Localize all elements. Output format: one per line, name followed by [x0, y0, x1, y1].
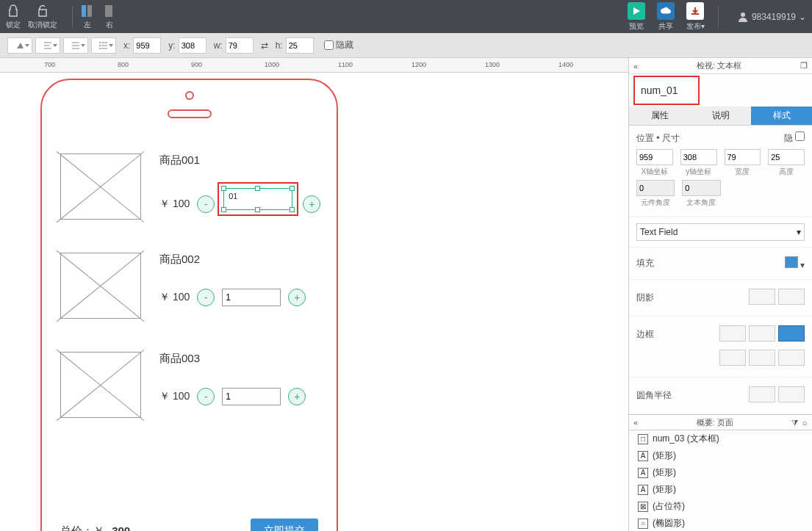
fill-section: 填充 ▾: [629, 248, 812, 280]
phone-frame: 商品001 ￥ 100 - 01: [40, 79, 338, 531]
insp-text-angle[interactable]: [682, 180, 720, 196]
w-input[interactable]: [226, 37, 254, 54]
svg-rect-0: [82, 5, 86, 17]
selection-highlight: 01: [218, 182, 298, 216]
total-row: 总价：￥ 300 立即提交: [60, 519, 318, 531]
svg-point-6: [99, 48, 101, 49]
product-3: 商品003 ￥ 100 - +: [60, 352, 306, 418]
tab-description[interactable]: 说明: [690, 106, 751, 125]
y-label: y:: [168, 40, 175, 51]
svg-rect-1: [87, 5, 92, 17]
placeholder-image[interactable]: [60, 352, 141, 418]
widget-type-select[interactable]: Text Field▾: [636, 223, 805, 241]
border-style[interactable]: [749, 325, 775, 342]
svg-point-3: [741, 12, 745, 17]
border-color[interactable]: [778, 325, 805, 342]
list-dropdown[interactable]: [91, 37, 116, 54]
price: ￥ 100: [159, 198, 190, 211]
plus-button[interactable]: +: [303, 195, 320, 213]
svg-point-5: [99, 45, 101, 46]
tab-attributes[interactable]: 属性: [629, 106, 690, 125]
lock-label: 锁定: [6, 20, 21, 30]
insp-h-input[interactable]: [768, 149, 805, 165]
radius-input[interactable]: [749, 386, 775, 402]
minus-button[interactable]: -: [197, 289, 215, 306]
radius-toggle[interactable]: [778, 386, 805, 402]
tab-style[interactable]: 样式: [751, 106, 812, 125]
x-input[interactable]: [133, 37, 161, 54]
align-right-button[interactable]: 右: [102, 4, 117, 30]
outline-item[interactable]: ○(椭圆形): [629, 515, 812, 531]
outline-item[interactable]: A(矩形): [629, 447, 812, 464]
submit-button[interactable]: 立即提交: [251, 519, 318, 531]
h-input[interactable]: [286, 37, 314, 54]
insp-w-input[interactable]: [725, 149, 761, 165]
fill-dropdown[interactable]: [7, 37, 32, 54]
format-toolbar: x: y: w: ⇄ h: 隐藏: [0, 33, 812, 58]
product-1: 商品001 ￥ 100 - 01: [60, 153, 320, 220]
inspector-tabs: 属性 说明 样式: [629, 106, 812, 126]
share-button[interactable]: 共享: [657, 2, 675, 32]
placeholder-image[interactable]: [60, 253, 141, 319]
outline-item[interactable]: □num_03 (文本框): [629, 430, 812, 447]
camera-icon: [185, 91, 194, 100]
qty-input[interactable]: [222, 388, 281, 405]
ruler-horizontal: 700 800 900 1000 1100 1200 1300 1400: [0, 58, 628, 73]
product-name: 商品001: [159, 153, 320, 167]
border-width[interactable]: [719, 325, 746, 342]
chevron-down-icon: ⌄: [799, 12, 806, 22]
unlock-button[interactable]: 取消锁定: [28, 4, 57, 30]
placeholder-image[interactable]: [60, 153, 141, 220]
align-h-dropdown[interactable]: [35, 37, 60, 54]
outline-label: (矩形): [653, 483, 676, 496]
lock-wh-icon[interactable]: ⇄: [261, 40, 268, 51]
top-toolbar: 锁定 取消锁定 左 右 预览 共享 发布▾ 983419919 ⌄: [0, 0, 812, 33]
align-left-button[interactable]: 左: [80, 4, 95, 30]
hide-checkbox[interactable]: 隐藏: [324, 39, 353, 51]
outline-item[interactable]: ⊠(占位符): [629, 498, 812, 515]
w-label: w:: [214, 40, 223, 51]
selected-textfield[interactable]: 01: [223, 188, 292, 210]
preview-button[interactable]: 预览: [628, 2, 645, 32]
canvas[interactable]: 700 800 900 1000 1100 1200 1300 1400 商品0…: [0, 58, 628, 531]
insp-elem-angle[interactable]: [636, 180, 675, 196]
play-icon: [628, 2, 645, 20]
border-side-1[interactable]: [719, 350, 746, 366]
product-name: 商品002: [159, 253, 306, 267]
chevron-down-icon[interactable]: ▾: [800, 260, 805, 270]
border-side-3[interactable]: [778, 350, 805, 366]
publish-button[interactable]: 发布▾: [686, 2, 705, 32]
border-side-2[interactable]: [749, 350, 775, 366]
outline-item[interactable]: A(矩形): [629, 481, 812, 498]
outline-label: (占位符): [653, 500, 685, 513]
hide-element-checkbox[interactable]: [795, 131, 805, 141]
search-icon[interactable]: ⌕: [802, 418, 808, 427]
minus-button[interactable]: -: [197, 195, 215, 213]
position-size-section: 位置 • 尺寸 隐 X轴坐标 y轴坐标 宽度 高度 元件角度 文本角度: [629, 126, 812, 217]
separator: [72, 6, 73, 28]
minus-button[interactable]: -: [197, 388, 215, 405]
shadow-outer[interactable]: [749, 289, 775, 305]
inspector-header: « 检视: 文本框 ❐: [629, 58, 812, 74]
lock-button[interactable]: 锁定: [6, 4, 21, 30]
element-name[interactable]: num_01: [633, 76, 700, 105]
outline-item[interactable]: A(矩形): [629, 464, 812, 481]
y-input[interactable]: [179, 37, 206, 54]
widget-icon: A: [638, 485, 648, 495]
user-icon: [737, 11, 749, 23]
align-v-dropdown[interactable]: [63, 37, 88, 54]
insp-x-input[interactable]: [636, 149, 673, 165]
qty-input[interactable]: [222, 289, 281, 306]
align-left-icon: [80, 4, 95, 18]
user-menu[interactable]: 983419919 ⌄: [737, 11, 806, 23]
filter-icon[interactable]: ⧩: [791, 418, 798, 427]
plus-button[interactable]: +: [288, 388, 306, 405]
align-right-label: 右: [106, 20, 113, 30]
price: ￥ 100: [159, 390, 190, 403]
shadow-inner[interactable]: [778, 289, 805, 305]
plus-button[interactable]: +: [288, 289, 306, 306]
insp-y-input[interactable]: [680, 149, 717, 165]
fill-color-swatch[interactable]: [785, 256, 798, 268]
chevron-down-icon: ▾: [797, 227, 801, 237]
new-page-icon[interactable]: ❐: [800, 61, 808, 71]
